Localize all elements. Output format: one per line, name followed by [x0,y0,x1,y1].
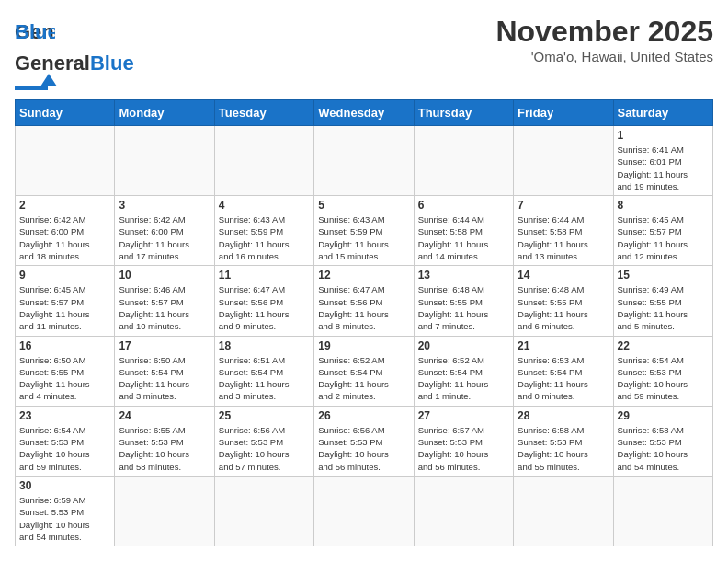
day-number: 24 [119,409,210,422]
calendar-cell [115,476,214,546]
day-number: 30 [19,479,110,492]
day-info: Sunrise: 6:46 AM Sunset: 5:57 PM Dayligh… [119,283,210,332]
calendar-week-0: 1Sunrise: 6:41 AM Sunset: 6:01 PM Daylig… [16,126,713,196]
day-number: 8 [618,199,709,212]
day-number: 25 [219,409,310,422]
calendar-cell: 24Sunrise: 6:55 AM Sunset: 5:53 PM Dayli… [115,406,214,476]
day-info: Sunrise: 6:48 AM Sunset: 5:55 PM Dayligh… [418,283,509,332]
day-info: Sunrise: 6:42 AM Sunset: 6:00 PM Dayligh… [119,213,210,262]
day-number: 19 [318,339,409,352]
calendar-cell: 5Sunrise: 6:43 AM Sunset: 5:59 PM Daylig… [314,196,414,266]
calendar-cell: 12Sunrise: 6:47 AM Sunset: 5:56 PM Dayli… [314,266,414,336]
day-info: Sunrise: 6:59 AM Sunset: 5:53 PM Dayligh… [19,494,110,543]
calendar-cell [314,476,414,546]
calendar-cell: 16Sunrise: 6:50 AM Sunset: 5:55 PM Dayli… [16,336,115,406]
day-info: Sunrise: 6:50 AM Sunset: 5:54 PM Dayligh… [119,354,210,403]
day-info: Sunrise: 6:43 AM Sunset: 5:59 PM Dayligh… [219,213,310,262]
day-info: Sunrise: 6:53 AM Sunset: 5:54 PM Dayligh… [518,354,609,403]
calendar-header-row: SundayMondayTuesdayWednesdayThursdayFrid… [16,100,713,126]
day-number: 27 [418,409,509,422]
day-number: 9 [19,269,110,282]
weekday-header-thursday: Thursday [414,100,513,126]
calendar-week-4: 23Sunrise: 6:54 AM Sunset: 5:53 PM Dayli… [16,406,713,476]
calendar-cell: 18Sunrise: 6:51 AM Sunset: 5:54 PM Dayli… [214,336,313,406]
day-number: 1 [618,129,709,142]
weekday-header-sunday: Sunday [16,100,115,126]
day-info: Sunrise: 6:43 AM Sunset: 5:59 PM Dayligh… [318,213,409,262]
calendar-cell: 20Sunrise: 6:52 AM Sunset: 5:54 PM Dayli… [414,336,513,406]
title-area: November 2025 'Oma'o, Hawaii, United Sta… [495,15,713,64]
weekday-header-wednesday: Wednesday [314,100,414,126]
calendar-week-2: 9Sunrise: 6:45 AM Sunset: 5:57 PM Daylig… [16,266,713,336]
weekday-header-tuesday: Tuesday [214,100,313,126]
logo-icon: General Blue [15,15,55,52]
page-title: November 2025 [495,15,713,49]
calendar-cell: 7Sunrise: 6:44 AM Sunset: 5:58 PM Daylig… [514,196,613,266]
calendar-cell: 17Sunrise: 6:50 AM Sunset: 5:54 PM Dayli… [115,336,214,406]
calendar-cell [514,126,613,196]
day-number: 17 [119,339,210,352]
day-info: Sunrise: 6:42 AM Sunset: 6:00 PM Dayligh… [19,213,110,262]
calendar-cell: 11Sunrise: 6:47 AM Sunset: 5:56 PM Dayli… [214,266,313,336]
day-number: 5 [318,199,409,212]
calendar-cell: 13Sunrise: 6:48 AM Sunset: 5:55 PM Dayli… [414,266,513,336]
day-info: Sunrise: 6:49 AM Sunset: 5:55 PM Dayligh… [618,283,709,332]
calendar-cell: 14Sunrise: 6:48 AM Sunset: 5:55 PM Dayli… [514,266,613,336]
day-info: Sunrise: 6:52 AM Sunset: 5:54 PM Dayligh… [418,354,509,403]
day-info: Sunrise: 6:52 AM Sunset: 5:54 PM Dayligh… [318,354,409,403]
calendar-cell: 25Sunrise: 6:56 AM Sunset: 5:53 PM Dayli… [214,406,313,476]
day-number: 13 [418,269,509,282]
calendar-cell: 8Sunrise: 6:45 AM Sunset: 5:57 PM Daylig… [613,196,712,266]
day-info: Sunrise: 6:47 AM Sunset: 5:56 PM Dayligh… [219,283,310,332]
day-info: Sunrise: 6:47 AM Sunset: 5:56 PM Dayligh… [318,283,409,332]
calendar-table: SundayMondayTuesdayWednesdayThursdayFrid… [15,99,713,546]
svg-text:Blue: Blue [15,20,55,43]
calendar-cell [214,476,313,546]
logo-text-general: General [15,52,90,75]
day-info: Sunrise: 6:54 AM Sunset: 5:53 PM Dayligh… [19,424,110,473]
day-info: Sunrise: 6:56 AM Sunset: 5:53 PM Dayligh… [219,424,310,473]
calendar-cell: 9Sunrise: 6:45 AM Sunset: 5:57 PM Daylig… [16,266,115,336]
day-info: Sunrise: 6:48 AM Sunset: 5:55 PM Dayligh… [518,283,609,332]
calendar-cell: 27Sunrise: 6:57 AM Sunset: 5:53 PM Dayli… [414,406,513,476]
calendar-cell [414,126,513,196]
calendar-cell: 6Sunrise: 6:44 AM Sunset: 5:58 PM Daylig… [414,196,513,266]
day-info: Sunrise: 6:45 AM Sunset: 5:57 PM Dayligh… [19,283,110,332]
day-info: Sunrise: 6:56 AM Sunset: 5:53 PM Dayligh… [318,424,409,473]
day-info: Sunrise: 6:44 AM Sunset: 5:58 PM Dayligh… [418,213,509,262]
day-info: Sunrise: 6:55 AM Sunset: 5:53 PM Dayligh… [119,424,210,473]
logo: General Blue General Blue [15,15,134,90]
calendar-cell [613,476,712,546]
calendar-cell [514,476,613,546]
day-info: Sunrise: 6:54 AM Sunset: 5:53 PM Dayligh… [618,354,709,403]
calendar-cell: 26Sunrise: 6:56 AM Sunset: 5:53 PM Dayli… [314,406,414,476]
header: General Blue General Blue November 2025 … [15,15,713,90]
day-number: 4 [219,199,310,212]
calendar-cell [414,476,513,546]
weekday-header-friday: Friday [514,100,613,126]
day-number: 28 [518,409,609,422]
calendar-cell: 2Sunrise: 6:42 AM Sunset: 6:00 PM Daylig… [16,196,115,266]
day-info: Sunrise: 6:44 AM Sunset: 5:58 PM Dayligh… [518,213,609,262]
day-number: 7 [518,199,609,212]
day-number: 23 [19,409,110,422]
calendar-cell: 1Sunrise: 6:41 AM Sunset: 6:01 PM Daylig… [613,126,712,196]
calendar-cell: 10Sunrise: 6:46 AM Sunset: 5:57 PM Dayli… [115,266,214,336]
day-number: 26 [318,409,409,422]
calendar-cell [314,126,414,196]
day-number: 3 [119,199,210,212]
calendar-cell: 29Sunrise: 6:58 AM Sunset: 5:53 PM Dayli… [613,406,712,476]
day-info: Sunrise: 6:58 AM Sunset: 5:53 PM Dayligh… [518,424,609,473]
weekday-header-saturday: Saturday [613,100,712,126]
day-number: 16 [19,339,110,352]
weekday-header-monday: Monday [115,100,214,126]
day-info: Sunrise: 6:41 AM Sunset: 6:01 PM Dayligh… [618,144,709,192]
calendar-cell: 30Sunrise: 6:59 AM Sunset: 5:53 PM Dayli… [16,476,115,546]
day-info: Sunrise: 6:45 AM Sunset: 5:57 PM Dayligh… [618,213,709,262]
calendar-cell [16,126,115,196]
page-subtitle: 'Oma'o, Hawaii, United States [495,49,713,64]
calendar-cell: 4Sunrise: 6:43 AM Sunset: 5:59 PM Daylig… [214,196,313,266]
logo-text-blue: Blue [90,52,134,75]
calendar-cell [214,126,313,196]
day-number: 14 [518,269,609,282]
